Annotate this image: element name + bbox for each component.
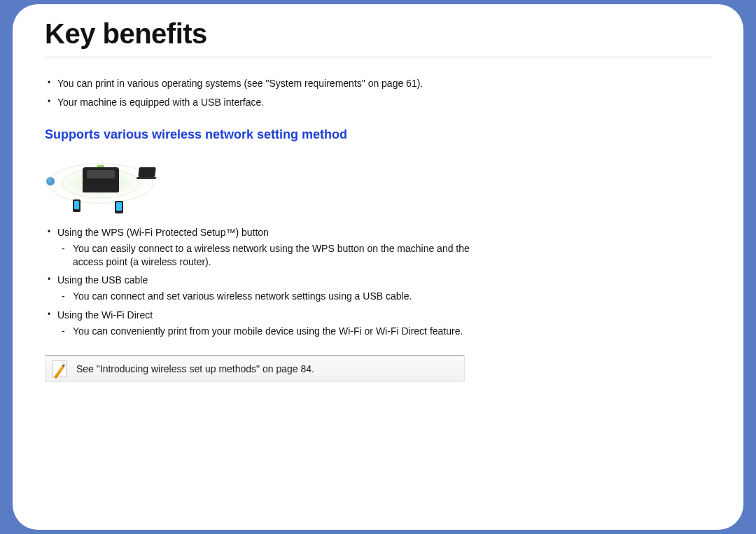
methods-list: Using the WPS (Wi-Fi Protected Setup™) b… [45, 226, 479, 338]
method-label: Using the Wi-Fi Direct [57, 309, 153, 321]
wireless-network-illustration [45, 152, 157, 215]
method-detail-list: You can connect and set various wireless… [57, 290, 479, 303]
globe-icon [46, 177, 55, 185]
content-column: You can print in various operating syste… [45, 77, 479, 382]
method-label: Using the USB cable [57, 274, 148, 286]
method-detail: You can easily connect to a wireless net… [57, 242, 479, 269]
phone-icon [115, 201, 123, 213]
intro-bullet-list: You can print in various operating syste… [45, 77, 479, 109]
method-item: Using the Wi-Fi Direct You can convenien… [45, 309, 479, 338]
intro-bullet: Your machine is equipped with a USB inte… [45, 96, 479, 109]
method-item: Using the USB cable You can connect and … [45, 274, 479, 303]
intro-bullet: You can print in various operating syste… [45, 77, 479, 90]
method-detail-list: You can conveniently print from your mob… [57, 325, 479, 338]
method-detail: You can connect and set various wireless… [57, 290, 479, 303]
manual-page: Key benefits You can print in various op… [13, 4, 743, 530]
page-title: Key benefits [45, 18, 711, 50]
method-detail-list: You can easily connect to a wireless net… [57, 242, 479, 269]
method-detail: You can conveniently print from your mob… [57, 325, 479, 338]
phone-icon [73, 199, 80, 212]
note-text: See "Introducing wireless set up methods… [76, 363, 314, 374]
title-divider [45, 57, 711, 57]
note-icon [51, 359, 68, 379]
note-callout: See "Introducing wireless set up methods… [45, 355, 465, 382]
section-heading: Supports various wireless network settin… [45, 127, 479, 142]
printer-icon [83, 167, 119, 192]
method-item: Using the WPS (Wi-Fi Protected Setup™) b… [45, 226, 479, 269]
laptop-icon [138, 167, 155, 177]
method-label: Using the WPS (Wi-Fi Protected Setup™) b… [57, 227, 269, 238]
